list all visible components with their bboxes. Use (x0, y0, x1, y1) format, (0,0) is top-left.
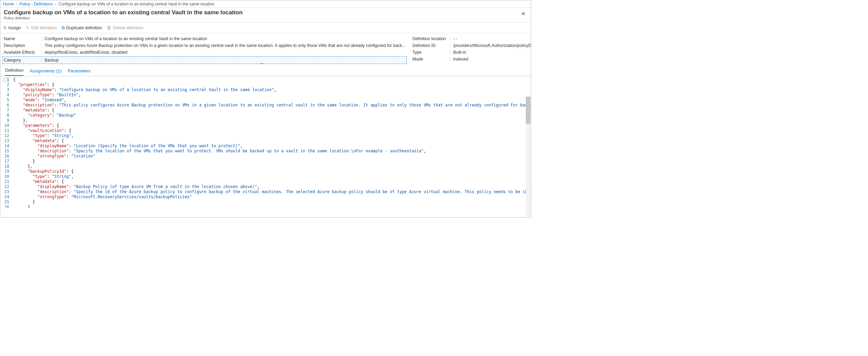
editor-gutter: 1234567891011121314151617181920212223242… (0, 77, 12, 208)
tab-assignments[interactable]: Assignments (1) (30, 66, 62, 76)
toolbar: ⎘ Assign ✎ Edit definition ⧉ Duplicate d… (0, 22, 531, 33)
prop-type: Type : Built-in (412, 49, 531, 56)
tabs: Definition Assignments (1) Parameters (0, 66, 531, 76)
duplicate-icon: ⧉ (62, 25, 65, 31)
prop-name: Name : Configure backup on VMs of a loca… (4, 35, 405, 42)
json-editor[interactable]: 1234567891011121314151617181920212223242… (0, 76, 531, 208)
prop-mode: Mode : Indexed (412, 56, 531, 63)
page-title: Configure backup on VMs of a location to… (4, 9, 243, 16)
tab-definition[interactable]: Definition (5, 66, 23, 76)
editor-content[interactable]: { "properties": { "displayName": "Config… (12, 77, 531, 208)
properties-essentials: Name : Configure backup on VMs of a loca… (0, 33, 531, 66)
tab-parameters[interactable]: Parameters (68, 66, 90, 76)
assign-label: Assign (8, 26, 21, 30)
duplicate-label: Duplicate definition (66, 26, 102, 30)
edit-definition-button: ✎ Edit definition (26, 25, 57, 30)
delete-label: Delete definition (113, 26, 143, 30)
breadcrumb-current: Configure backup on VMs of a location to… (58, 2, 214, 6)
breadcrumb-home[interactable]: Home (3, 2, 14, 6)
prop-definition-id: Definition ID : /providers/Microsoft.Aut… (412, 42, 531, 49)
duplicate-definition-button[interactable]: ⧉ Duplicate definition (62, 25, 102, 31)
edit-label: Edit definition (31, 26, 57, 30)
pencil-icon: ✎ (26, 25, 30, 30)
breadcrumb-sep: › (55, 2, 56, 6)
page-header: Configure backup on VMs of a location to… (0, 8, 531, 22)
page-subtitle: Policy definition (4, 16, 243, 20)
delete-definition-button: 🗑 Delete definition (107, 25, 143, 30)
collapse-essentials-icon[interactable]: ︽ (260, 60, 264, 65)
prop-description: Description : This policy configures Azu… (4, 42, 405, 49)
scrollbar-thumb[interactable] (526, 97, 531, 124)
prop-definition-location: Definition location : - - (412, 35, 531, 42)
assign-button[interactable]: ⎘ Assign (4, 25, 21, 30)
breadcrumb: Home › Policy - Definitions › Configure … (0, 0, 531, 8)
breadcrumb-sep: › (16, 2, 17, 6)
prop-available-effects: Available Effects : deployIfNotExists, a… (4, 49, 405, 56)
close-button[interactable]: ✕ (519, 9, 527, 18)
assign-icon: ⎘ (4, 25, 6, 30)
prop-category[interactable]: Category : Backup (2, 56, 407, 64)
vertical-scrollbar[interactable] (526, 97, 531, 217)
breadcrumb-policy[interactable]: Policy - Definitions (19, 2, 53, 6)
trash-icon: 🗑 (107, 25, 111, 30)
